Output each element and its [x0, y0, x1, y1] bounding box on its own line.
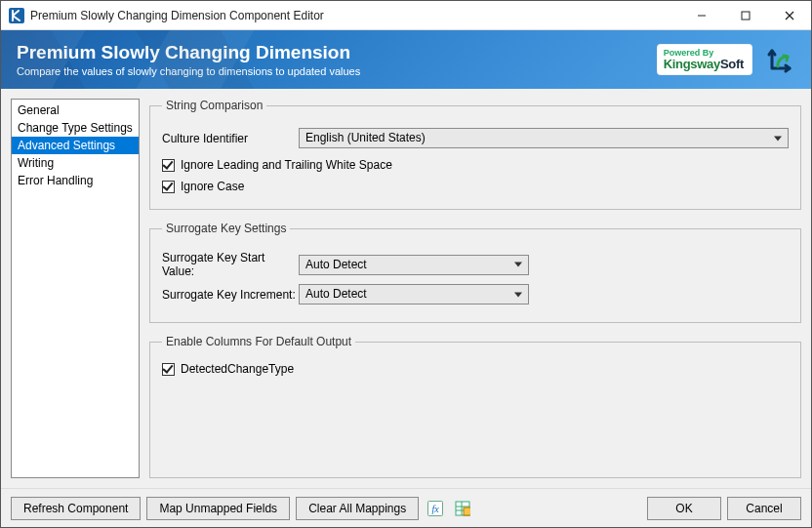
- close-button[interactable]: [767, 1, 811, 30]
- clear-all-mappings-button[interactable]: Clear All Mappings: [296, 497, 419, 520]
- app-icon: [9, 8, 24, 23]
- ignore-whitespace-label: Ignore Leading and Trailing White Space: [181, 158, 392, 172]
- ignore-whitespace-checkbox[interactable]: Ignore Leading and Trailing White Space: [162, 158, 392, 172]
- detected-change-type-checkbox[interactable]: DetectedChangeType: [162, 362, 294, 376]
- surrogate-start-dropdown[interactable]: Auto Detect: [299, 255, 529, 275]
- content: General Change Type Settings Advanced Se…: [1, 89, 811, 488]
- banner-right: Powered By KingswaySoft: [657, 44, 795, 75]
- banner-text: Premium Slowly Changing Dimension Compar…: [17, 42, 360, 77]
- culture-identifier-dropdown[interactable]: English (United States): [299, 128, 789, 148]
- banner-subheading: Compare the values of slowly changing to…: [17, 65, 360, 77]
- ignore-case-checkbox[interactable]: Ignore Case: [162, 180, 244, 193]
- legend-surrogate-key: Surrogate Key Settings: [162, 222, 290, 235]
- expression-fx-icon[interactable]: fx: [425, 498, 446, 519]
- sidebar: General Change Type Settings Advanced Se…: [11, 99, 140, 478]
- window-controls: [679, 1, 811, 30]
- component-logo-icon: [766, 45, 795, 74]
- legend-string-comparison: String Comparison: [162, 99, 266, 112]
- ignore-case-label: Ignore Case: [181, 180, 244, 193]
- powered-by-badge: Powered By KingswaySoft: [657, 44, 752, 75]
- checkbox-icon: [162, 363, 175, 376]
- refresh-component-button[interactable]: Refresh Component: [11, 497, 141, 520]
- group-enable-columns: Enable Columns For Default Output Detect…: [149, 335, 801, 478]
- sidebar-item-error-handling[interactable]: Error Handling: [12, 172, 139, 189]
- group-surrogate-key: Surrogate Key Settings Surrogate Key Sta…: [149, 222, 801, 323]
- banner-heading: Premium Slowly Changing Dimension: [17, 42, 360, 63]
- banner: Premium Slowly Changing Dimension Compar…: [1, 30, 811, 89]
- svg-text:fx: fx: [432, 504, 440, 514]
- checkbox-icon: [162, 159, 175, 172]
- surrogate-start-label: Surrogate Key Start Value:: [162, 251, 299, 278]
- detected-change-type-label: DetectedChangeType: [181, 362, 294, 376]
- svg-rect-0: [9, 8, 24, 23]
- titlebar: Premium Slowly Changing Dimension Compon…: [1, 1, 811, 30]
- sidebar-item-general[interactable]: General: [12, 102, 139, 119]
- minimize-button[interactable]: [679, 1, 723, 30]
- properties-grid-icon[interactable]: [452, 498, 473, 519]
- checkbox-icon: [162, 181, 175, 193]
- culture-identifier-label: Culture Identifier: [162, 132, 299, 145]
- surrogate-start-value: Auto Detect: [305, 258, 367, 271]
- sidebar-item-writing[interactable]: Writing: [12, 154, 139, 172]
- surrogate-increment-value: Auto Detect: [305, 287, 367, 301]
- footer: Refresh Component Map Unmapped Fields Cl…: [1, 488, 811, 527]
- ok-button[interactable]: OK: [647, 497, 721, 520]
- culture-identifier-value: English (United States): [305, 131, 426, 144]
- window-title: Premium Slowly Changing Dimension Compon…: [30, 9, 679, 22]
- map-unmapped-fields-button[interactable]: Map Unmapped Fields: [146, 497, 290, 520]
- surrogate-increment-label: Surrogate Key Increment:: [162, 288, 299, 302]
- main-panel: String Comparison Culture Identifier Eng…: [149, 99, 801, 478]
- maximize-button[interactable]: [723, 1, 767, 30]
- surrogate-increment-dropdown[interactable]: Auto Detect: [299, 284, 529, 305]
- svg-rect-2: [742, 12, 750, 20]
- cancel-button[interactable]: Cancel: [727, 497, 801, 520]
- svg-rect-11: [464, 508, 470, 515]
- brand-name: KingswaySoft: [664, 58, 744, 70]
- sidebar-item-change-type-settings[interactable]: Change Type Settings: [12, 119, 139, 137]
- group-string-comparison: String Comparison Culture Identifier Eng…: [149, 99, 801, 210]
- sidebar-item-advanced-settings[interactable]: Advanced Settings: [12, 137, 139, 154]
- legend-enable-columns: Enable Columns For Default Output: [162, 335, 355, 348]
